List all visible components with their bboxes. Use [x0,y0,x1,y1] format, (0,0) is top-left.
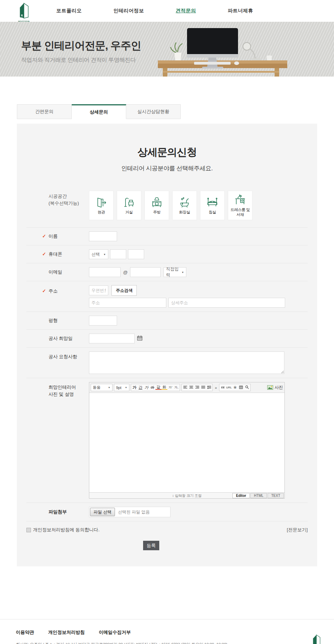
underline-icon[interactable]: 간 [137,386,143,389]
form-subtitle: 인테리어 시공분야를 선택해주세요. [17,164,317,172]
align-left-icon[interactable] [182,386,188,390]
footer-link-email-refusal[interactable]: 이메일수집거부 [99,629,131,636]
mode-html[interactable]: HTML [250,493,267,498]
required-check-icon: ✓ [42,251,47,258]
kitchen-icon [150,196,163,209]
hero-subtitle: 작업자와 직거래로 인테리어 견적이 투명해진다 [21,57,141,64]
phone-last-input[interactable] [128,249,144,259]
phone-mid-input[interactable] [110,249,126,259]
tab-live-status[interactable]: 실시간상담현황 [126,104,181,119]
size-input[interactable] [89,316,117,326]
highlight-color-icon[interactable]: 화 [161,385,167,390]
table-icon[interactable] [238,386,244,390]
required-check-icon: ✓ [42,288,47,295]
mode-editor[interactable]: Editor [232,493,250,498]
superscript-icon[interactable]: 가' [167,386,173,389]
bed-icon [206,196,219,209]
phone-label: 휴대폰 [49,251,62,258]
calendar-button[interactable] [137,335,142,342]
detail-inquiry-panel: 상세문의신청 인테리어 시공분야를 선택해주세요. 시공공간 (복수선택가능) … [17,124,317,566]
footer-links: 이용약관 개인정보처리방침 이메일수집거부 [16,629,318,636]
nav-quote-inquiry[interactable]: 견적문의 [176,8,196,14]
tile-entrance[interactable]: 현관 [89,191,114,220]
font-size-select[interactable]: 9pt ▼ [114,384,129,391]
find-icon[interactable] [244,385,250,390]
phone-prefix-select[interactable]: 선택 ▼ [89,249,108,259]
privacy-agree-checkbox[interactable] [26,528,31,532]
site-header: WOOZOOIN 포트폴리오 인테리어정보 견적문의 파트너제휴 [0,0,334,22]
email-id-input[interactable] [89,267,121,277]
request-row: 공사 요청사항 [26,348,308,378]
nav-partner[interactable]: 파트너제휴 [228,8,253,14]
editor-content-area[interactable] [89,393,284,492]
site-footer: 이용약관 개인정보처리방침 이메일수집거부 회사명: 우주인 / 주소 : 경기… [0,619,334,644]
nav-interior-info[interactable]: 인테리어정보 [114,8,144,14]
chevron-down-icon: ▼ [103,253,106,256]
align-group [181,384,213,391]
main-nav: 포트폴리오 인테리어정보 견적문의 파트너제휴 [56,0,253,22]
email-domain-input[interactable] [130,267,161,277]
name-label: 이름 [49,233,58,240]
insert-photo-button[interactable]: 사진 [267,385,283,390]
tab-simple-inquiry[interactable]: 간편문의 [17,104,72,119]
footer-link-terms[interactable]: 이용약관 [16,629,34,636]
tab-detail-inquiry[interactable]: 상세문의 [72,104,126,119]
tile-bedroom[interactable]: 침실 [200,191,225,220]
font-color-icon[interactable]: 갈 [155,385,161,390]
file-label: 파일첨부 [49,508,67,515]
special-char-icon[interactable]: ※ [232,386,238,389]
resize-icon: ↕ [172,494,174,498]
format-group: 가 간 가 과 갈 화 가' 가, [131,384,180,391]
file-input[interactable]: 파일 선택 선택된 파일 없음 [89,507,171,517]
address-input[interactable] [89,298,166,308]
mode-text[interactable]: TEXT [268,493,284,498]
chevron-down-icon: ▼ [125,386,127,389]
date-input[interactable] [89,334,135,343]
address-search-button[interactable]: 주소검색 [111,285,137,296]
file-select-button[interactable]: 파일 선택 [90,508,115,516]
desk-lamp-icon [234,194,246,206]
link-icon[interactable]: URL [226,386,232,389]
form-rows: 시공공간 (복수선택가능) 현관 [26,182,308,521]
footer-info-line1: 회사명: 우주인 / 주소 : 경기 성남시 분당구 판교로289번길 20 /… [16,641,318,644]
editor-resize-handle[interactable]: ↕ 입력창 크기 조절 [172,493,201,498]
subscript-icon[interactable]: 가, [173,386,179,389]
tile-dressroom-study[interactable]: 드레스룸 및 서재 [228,191,252,220]
italic-icon[interactable]: 가 [143,386,149,389]
required-check-icon: ✓ [42,233,47,240]
privacy-agree-row: 개인정보처리방침에 동의합니다. [전문보기] [26,521,308,535]
name-input[interactable] [89,231,117,241]
date-label: 공사 희망일 [49,335,73,342]
align-right-icon[interactable] [194,386,200,390]
blockquote-icon[interactable] [220,386,226,389]
tile-livingroom[interactable]: 거실 [117,191,141,220]
zipcode-input[interactable] [89,285,108,295]
tile-bathroom[interactable]: 화장실 [172,191,197,220]
request-label: 공사 요청사항 [49,353,77,360]
view-full-policy-link[interactable]: [전문보기] [287,527,308,533]
bold-icon[interactable]: 가 [131,386,137,389]
toolbar-more-icon[interactable]: » [214,386,218,390]
font-family-select[interactable]: 돋움 ▼ [91,384,113,391]
form-title: 상세문의신청 [17,124,317,159]
email-domain-select[interactable]: 직접입력 ▼ [163,267,186,277]
nav-portfolio[interactable]: 포트폴리오 [56,8,82,14]
brand-logo[interactable]: WOOZOOIN [16,2,32,22]
tile-kitchen[interactable]: 주방 [144,191,169,220]
strikethrough-icon[interactable]: 과 [149,386,155,389]
calendar-icon [137,335,142,341]
page: WOOZOOIN 포트폴리오 인테리어정보 견적문의 파트너제휴 부분 인테리어… [0,0,334,644]
address-detail-input[interactable] [168,298,285,308]
submit-button[interactable]: 등록 [143,541,159,550]
align-center-icon[interactable] [188,386,194,390]
request-textarea[interactable] [89,351,284,374]
editor-label-line1: 희망인테리어 [49,385,76,390]
footer-link-privacy[interactable]: 개인정보처리방침 [48,629,85,636]
chevron-down-icon: ▼ [108,386,110,389]
email-label: 이메일 [49,269,62,276]
line-height-icon[interactable] [206,386,212,390]
footer-logo: WOOZOOIN [309,634,323,644]
align-justify-icon[interactable] [200,386,206,390]
bathtub-icon [178,196,191,209]
rich-text-editor: 돋움 ▼ 9pt ▼ 가 간 가 과 갈 화 [89,382,285,499]
